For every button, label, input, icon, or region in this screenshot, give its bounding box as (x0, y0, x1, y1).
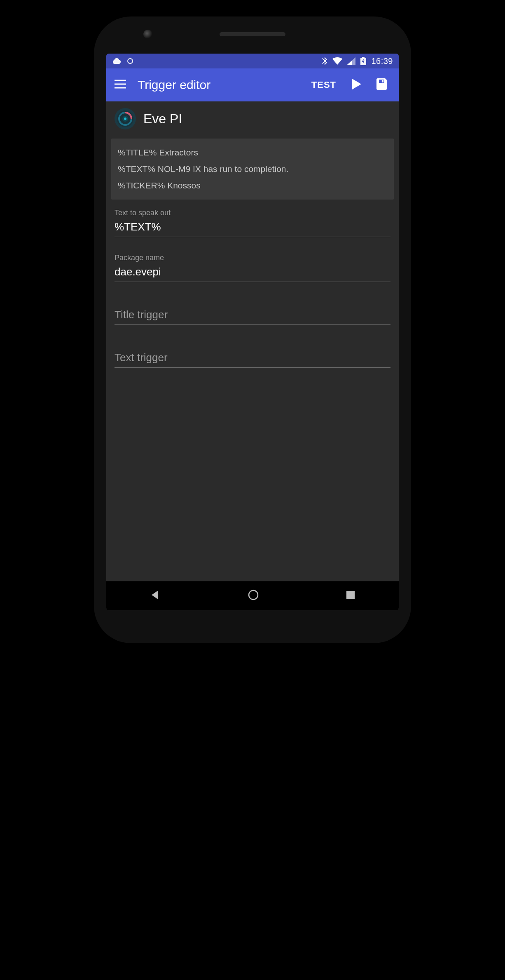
text-to-speak-label: Text to speak out (115, 209, 390, 217)
preview-text-line: %TEXT% NOL-M9 IX has run to completion. (118, 161, 387, 177)
notification-preview-card[interactable]: %TITLE% Extractors %TEXT% NOL-M9 IX has … (111, 139, 394, 200)
battery-icon (360, 57, 366, 65)
svg-rect-2 (382, 80, 383, 82)
preview-title-line: %TITLE% Extractors (118, 144, 387, 161)
text-trigger-field (106, 345, 399, 368)
hamburger-icon (115, 80, 126, 90)
package-name-field: Package name (106, 249, 399, 282)
statusbar: 16:39 (106, 54, 399, 68)
bluetooth-icon (322, 57, 327, 65)
app-icon (115, 108, 136, 129)
package-name-label: Package name (115, 254, 390, 262)
appbar: Trigger editor TEST (106, 68, 399, 101)
wifi-icon (332, 57, 342, 65)
app-name: Eve PI (143, 111, 182, 127)
nav-recent-button[interactable] (346, 590, 355, 601)
svg-point-0 (128, 59, 133, 63)
phone-frame: 16:39 Trigger editor TEST (94, 16, 411, 643)
svg-rect-1 (379, 80, 384, 83)
nav-home-button[interactable] (248, 589, 259, 602)
svg-rect-8 (346, 591, 355, 599)
save-button[interactable] (373, 76, 391, 94)
text-to-speak-field: Text to speak out (106, 204, 399, 237)
text-to-speak-input[interactable] (115, 221, 390, 233)
menu-button[interactable] (110, 75, 130, 95)
save-icon (376, 78, 388, 92)
home-circle-icon (248, 589, 259, 602)
svg-point-6 (124, 118, 126, 120)
title-trigger-field (106, 303, 399, 325)
play-button[interactable] (348, 76, 366, 94)
preview-ticker-line: %TICKER% Knossos (118, 177, 387, 194)
test-button[interactable]: TEST (307, 76, 340, 94)
back-triangle-icon (150, 590, 161, 602)
play-icon (352, 79, 361, 91)
recent-square-icon (346, 590, 355, 601)
cell-signal-icon (347, 57, 355, 65)
text-trigger-input[interactable] (115, 351, 390, 364)
nav-back-button[interactable] (150, 590, 161, 602)
status-clock: 16:39 (371, 56, 393, 66)
screen: 16:39 Trigger editor TEST (106, 54, 399, 610)
appbar-title: Trigger editor (138, 78, 300, 92)
loading-circle-icon (127, 58, 133, 64)
cloud-icon (112, 58, 121, 64)
app-header-row[interactable]: Eve PI (106, 101, 399, 136)
title-trigger-input[interactable] (115, 308, 390, 321)
package-name-input[interactable] (115, 266, 390, 278)
svg-point-7 (249, 590, 258, 599)
content-area: Eve PI %TITLE% Extractors %TEXT% NOL-M9 … (106, 101, 399, 581)
android-navbar (106, 581, 399, 610)
